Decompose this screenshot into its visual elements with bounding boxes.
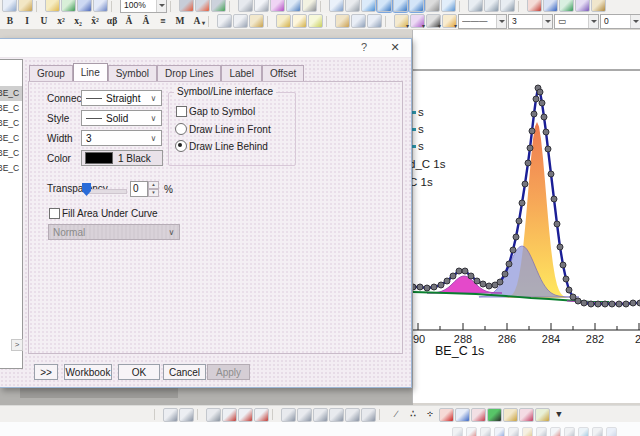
mask-range-icon[interactable]: [163, 408, 178, 422]
legend-entry[interactable]: d_C 1s: [409, 158, 445, 170]
swap-mask-icon[interactable]: [329, 408, 344, 422]
tree-item-be_c[interactable]: BE_C: [0, 161, 22, 176]
line-style-select[interactable]: ———: [458, 14, 507, 29]
color-select[interactable]: 1 Black: [81, 150, 163, 166]
partial-icon[interactable]: [564, 427, 575, 436]
tree-item-be_c[interactable]: BE_C: [0, 131, 22, 146]
import-ascii-icon[interactable]: [179, 0, 194, 12]
chevron-down-icon[interactable]: [496, 15, 506, 28]
scatter-tool-icon[interactable]: ∴: [405, 407, 421, 422]
line-width-select[interactable]: 3: [508, 14, 553, 29]
active-layer-icon[interactable]: [270, 0, 285, 12]
save-icon[interactable]: [77, 0, 92, 12]
super-subscript-icon[interactable]: x̂²: [87, 14, 103, 29]
zoom-tool-icon[interactable]: [377, 0, 392, 12]
layer-grid-icon[interactable]: [393, 0, 408, 12]
options-gear-icon[interactable]: [425, 0, 440, 12]
transparency-stepper[interactable]: ▲▼: [148, 181, 159, 197]
group-objects-icon[interactable]: [335, 14, 350, 28]
paste-format-icon[interactable]: [308, 14, 323, 28]
tree-item-be_c[interactable]: BE_C: [0, 146, 22, 161]
partial-icon[interactable]: [606, 427, 617, 436]
graph-window[interactable]: sssd_C 1sC 1s 902882862842822 BE_C 1s: [412, 30, 640, 403]
new-project-icon[interactable]: [2, 0, 17, 12]
partial-icon[interactable]: [522, 427, 533, 436]
tree-scroll-arrow[interactable]: >: [11, 339, 23, 351]
new-graph-icon[interactable]: [18, 0, 33, 12]
underline-icon[interactable]: U: [36, 14, 52, 29]
help-button[interactable]: ?: [357, 41, 371, 53]
close-icon[interactable]: ✕: [387, 41, 403, 54]
border-style-select[interactable]: ▭: [554, 14, 599, 29]
insert-equation-icon[interactable]: M: [172, 14, 188, 29]
print-icon[interactable]: [238, 0, 253, 12]
spin-up-icon[interactable]: ▲: [148, 181, 159, 189]
expand-button[interactable]: >>: [34, 364, 58, 380]
snap-objects-icon[interactable]: [367, 14, 382, 28]
chevron-down-icon[interactable]: [630, 15, 640, 28]
import-wizard-icon[interactable]: [211, 0, 226, 12]
open-excel-icon[interactable]: [61, 0, 76, 12]
chevron-down-icon[interactable]: [588, 15, 598, 28]
chevron-down-icon[interactable]: [156, 0, 166, 12]
tab-line[interactable]: Line: [73, 63, 108, 82]
tab-group[interactable]: Group: [29, 65, 73, 81]
spin-down-icon[interactable]: ▼: [148, 189, 159, 197]
italic-icon[interactable]: I: [19, 14, 35, 29]
data-selector-icon[interactable]: [222, 408, 237, 422]
save-template-icon[interactable]: [93, 0, 108, 12]
legend-entry[interactable]: C 1s: [409, 176, 433, 188]
increase-font-icon[interactable]: Ǎ: [121, 14, 137, 29]
fill-area-checkbox[interactable]: [49, 208, 60, 219]
ungroup-objects-icon[interactable]: [351, 14, 366, 28]
select-data-region-icon[interactable]: [238, 408, 253, 422]
draw-line-in-front-radio[interactable]: [175, 123, 187, 135]
partial-icon[interactable]: [508, 427, 519, 436]
rescale-graph-icon[interactable]: [484, 0, 499, 12]
mask-point-icon[interactable]: [206, 408, 221, 422]
style-select[interactable]: Solid ∨: [81, 110, 162, 126]
print-preview-icon[interactable]: [254, 0, 269, 12]
scatter-chart-icon[interactable]: [455, 408, 470, 422]
partial-icon[interactable]: [592, 427, 603, 436]
transparency-input[interactable]: 0: [130, 181, 148, 197]
partial-icon[interactable]: [452, 427, 463, 436]
cancel-button[interactable]: Cancel: [163, 364, 206, 380]
superscript-icon[interactable]: x²: [53, 14, 69, 29]
column-chart-icon[interactable]: [439, 408, 454, 422]
line-color-icon[interactable]: [426, 14, 441, 28]
draw-data-icon[interactable]: [281, 408, 296, 422]
tree-item-be_c[interactable]: BE_C: [0, 86, 22, 101]
open-icon[interactable]: [45, 0, 60, 12]
partial-icon[interactable]: [578, 427, 589, 436]
area-chart-icon[interactable]: [487, 408, 502, 422]
tab-drop-lines[interactable]: Drop Lines: [157, 65, 221, 81]
script-window-icon[interactable]: [302, 0, 317, 12]
transparency-slider-track[interactable]: [85, 189, 127, 194]
clear-mask-icon[interactable]: [313, 408, 328, 422]
region-mask-icon[interactable]: [297, 408, 312, 422]
greek-symbol-icon[interactable]: αβ: [104, 14, 120, 29]
connect-select[interactable]: Straight ∨: [81, 90, 162, 106]
column-plot-icon[interactable]: [527, 0, 542, 12]
results-log-icon[interactable]: [361, 0, 376, 12]
width-select[interactable]: 3 ∨: [81, 130, 162, 146]
partial-icon[interactable]: [466, 427, 477, 436]
edit-layer-icon[interactable]: [409, 0, 424, 12]
lighting-icon[interactable]: [442, 14, 457, 28]
unmask-range-icon[interactable]: [179, 408, 194, 422]
tab-offset[interactable]: Offset: [262, 65, 305, 81]
paste-icon[interactable]: [249, 14, 264, 28]
tree-item-be_c[interactable]: BE_C: [0, 101, 22, 116]
line-tool-icon[interactable]: ∕: [388, 407, 404, 422]
tab-symbol[interactable]: Symbol: [108, 65, 157, 81]
draw-line-behind-radio[interactable]: [175, 140, 187, 152]
plot-tree-panel[interactable]: BE_CBE_CBE_CBE_CBE_CBE_C: [0, 59, 23, 369]
gap-to-symbol-checkbox[interactable]: [176, 106, 187, 117]
box-chart-icon[interactable]: [519, 408, 534, 422]
area-plot-icon[interactable]: [559, 0, 574, 12]
worksheet-query-icon[interactable]: [361, 408, 376, 422]
format-painter-icon[interactable]: [276, 14, 291, 28]
axis-scale-icon[interactable]: [468, 0, 483, 12]
toolbar-overflow-icon[interactable]: ▾: [551, 407, 567, 422]
